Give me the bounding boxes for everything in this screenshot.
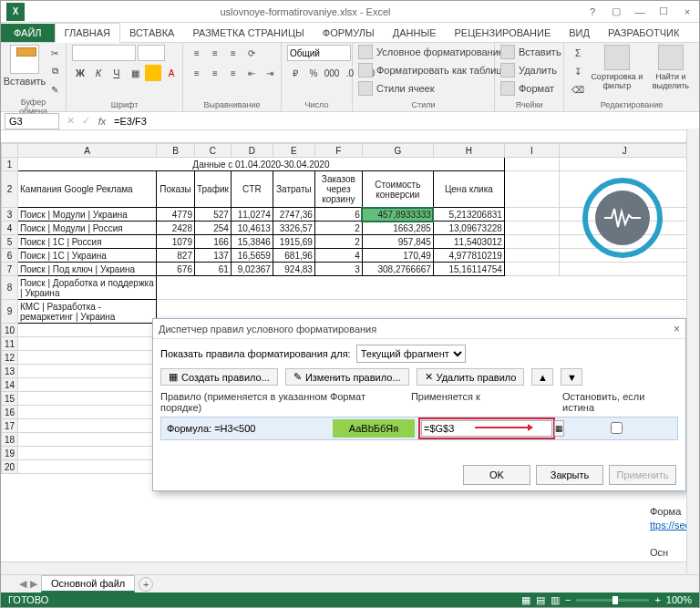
close-icon[interactable]: × (675, 3, 699, 21)
font-size-select[interactable] (138, 45, 165, 61)
zoom-slider[interactable] (576, 599, 649, 602)
indent-inc-icon[interactable]: ⇥ (262, 65, 278, 81)
cell[interactable]: 2 (314, 222, 362, 235)
format-as-table-button[interactable]: Форматировать как таблицу (358, 63, 507, 77)
sheet-nav-next-icon[interactable]: ▶ (30, 578, 37, 590)
autosum-icon[interactable]: Σ (570, 45, 586, 61)
vertical-scrollbar[interactable] (686, 129, 699, 574)
align-left-icon[interactable]: ≡ (189, 65, 205, 81)
currency-icon[interactable]: ₽ (287, 65, 304, 81)
cell[interactable]: 308,2766667 (362, 263, 433, 276)
tab-view[interactable]: ВИД (560, 24, 599, 42)
cell[interactable]: 2 (314, 235, 362, 249)
row-header[interactable]: 3 (2, 208, 18, 222)
zoom-level[interactable]: 100% (666, 594, 692, 605)
cell[interactable]: 1663,285 (362, 222, 433, 235)
tab-file[interactable]: ФАЙЛ (1, 24, 55, 42)
row-header[interactable]: 4 (2, 222, 18, 235)
dialog-close-icon[interactable]: × (674, 323, 680, 335)
row-header[interactable]: 5 (2, 235, 18, 249)
zoom-in-button[interactable]: + (654, 594, 660, 605)
horizontal-scrollbar[interactable] (1, 562, 686, 574)
cell[interactable]: 924,83 (273, 263, 314, 276)
row-header[interactable]: 17 (2, 419, 18, 433)
cell[interactable]: Поиск | Модули | Украина (18, 208, 157, 222)
view-normal-icon[interactable]: ▦ (521, 594, 530, 606)
cell[interactable]: Стоимость конверсии (362, 171, 433, 208)
cell[interactable]: 170,49 (362, 249, 433, 263)
row-header[interactable]: 14 (2, 378, 18, 392)
move-down-button[interactable]: ▼ (561, 368, 582, 386)
border-button[interactable]: ▦ (127, 65, 143, 81)
minimize-icon[interactable]: — (628, 3, 652, 21)
formula-input[interactable] (110, 113, 699, 129)
help-icon[interactable]: ? (581, 3, 604, 21)
cell[interactable]: 3 (314, 263, 362, 276)
cell[interactable]: 15,3846 (231, 235, 273, 249)
row-header[interactable]: 8 (2, 276, 18, 300)
col-header-d[interactable]: D (231, 144, 273, 158)
clear-icon[interactable]: ⌫ (570, 81, 586, 98)
tab-data[interactable]: ДАННЫЕ (384, 24, 446, 42)
fx-icon[interactable]: fx (94, 116, 110, 127)
bold-button[interactable]: Ж (72, 65, 88, 81)
view-page-icon[interactable]: ▤ (536, 594, 545, 606)
cell[interactable]: 676 (157, 263, 195, 276)
align-top-icon[interactable]: ≡ (189, 45, 205, 61)
cell[interactable]: Данные с 01.04.2020-30.04.2020 (18, 158, 505, 171)
accept-formula-icon[interactable]: ✓ (78, 115, 94, 127)
cell[interactable]: Кампания Google Реклама (18, 171, 157, 208)
indent-dec-icon[interactable]: ⇤ (243, 65, 260, 81)
cell[interactable]: 11,5403012 (433, 235, 504, 249)
col-header-f[interactable]: F (314, 144, 362, 158)
col-header-a[interactable]: A (18, 144, 157, 158)
tab-insert[interactable]: ВСТАВКА (120, 24, 183, 42)
edit-rule-button[interactable]: ✎Изменить правило... (285, 368, 409, 386)
name-box[interactable] (5, 113, 59, 129)
scope-select[interactable]: Текущий фрагмент (356, 345, 466, 363)
italic-button[interactable]: К (90, 65, 107, 81)
cell[interactable]: 254 (195, 222, 232, 235)
cell[interactable]: 11,0274 (231, 208, 273, 222)
row-header[interactable]: 11 (2, 337, 18, 351)
fill-color-button[interactable] (145, 65, 161, 81)
cell[interactable]: CTR (231, 171, 273, 208)
row-header[interactable]: 19 (2, 447, 18, 460)
dialog-titlebar[interactable]: Диспетчер правил условного форматировани… (153, 319, 685, 339)
cell[interactable]: Трафик (195, 171, 232, 208)
cell[interactable]: 3326,57 (273, 222, 314, 235)
cell[interactable]: 166 (195, 235, 232, 249)
zoom-out-button[interactable]: − (565, 594, 571, 605)
percent-icon[interactable]: % (305, 65, 322, 81)
row-header[interactable]: 1 (2, 158, 18, 171)
cell[interactable]: 6 (314, 208, 362, 222)
col-header-b[interactable]: B (157, 144, 195, 158)
cell[interactable]: 4779 (157, 208, 195, 222)
cell[interactable]: 137 (195, 249, 232, 263)
ribbon-options-icon[interactable]: ▢ (604, 3, 628, 21)
align-center-icon[interactable]: ≡ (207, 65, 223, 81)
row-header[interactable]: 2 (2, 171, 18, 208)
comma-icon[interactable]: 000 (324, 65, 340, 81)
row-header[interactable]: 13 (2, 365, 18, 378)
cell[interactable]: 9,02367 (231, 263, 273, 276)
row-header[interactable]: 12 (2, 351, 18, 365)
tab-review[interactable]: РЕЦЕНЗИРОВАНИЕ (445, 24, 560, 42)
delete-cells-button[interactable]: Удалить (500, 63, 557, 77)
cell[interactable]: 2747,36 (273, 208, 314, 222)
apply-button[interactable]: Применить (609, 465, 676, 485)
cell[interactable]: КМС | Разработка - ремаркетинг | Украина (18, 300, 157, 324)
underline-button[interactable]: Ч (108, 65, 125, 81)
sheet-nav-prev-icon[interactable]: ◀ (19, 578, 26, 590)
row-header[interactable]: 15 (2, 392, 18, 406)
tab-developer[interactable]: РАЗРАБОТЧИК (599, 24, 688, 42)
view-break-icon[interactable]: ▥ (551, 594, 560, 606)
align-middle-icon[interactable]: ≡ (207, 45, 223, 61)
stop-if-true-checkbox[interactable] (611, 422, 623, 434)
cut-icon[interactable]: ✂ (46, 45, 63, 61)
row-header[interactable]: 20 (2, 460, 18, 474)
cell[interactable]: 1915,69 (273, 235, 314, 249)
row-header[interactable]: 18 (2, 433, 18, 447)
tab-home[interactable]: ГЛАВНАЯ (55, 23, 120, 43)
cell[interactable]: 2428 (157, 222, 195, 235)
